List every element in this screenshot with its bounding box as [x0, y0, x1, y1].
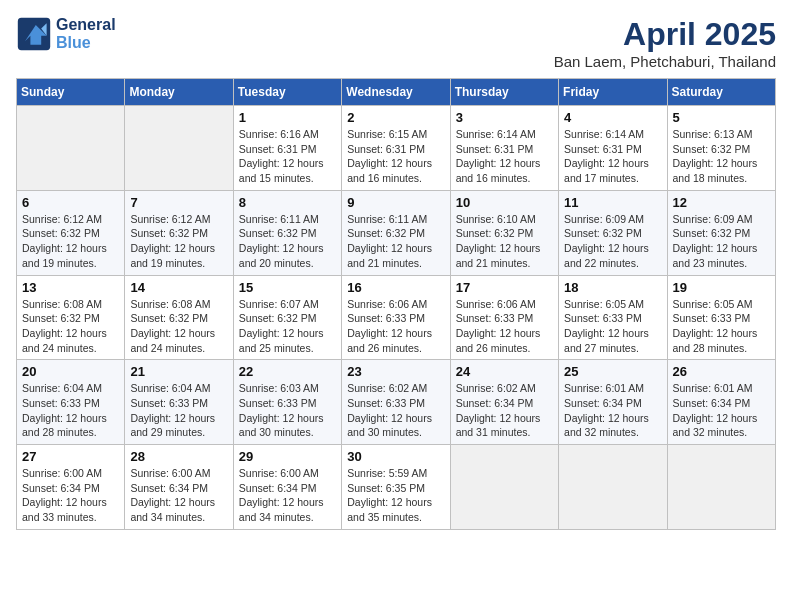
day-info: Sunrise: 6:05 AM Sunset: 6:33 PM Dayligh…: [673, 297, 770, 356]
day-number: 17: [456, 280, 553, 295]
day-info: Sunrise: 5:59 AM Sunset: 6:35 PM Dayligh…: [347, 466, 444, 525]
logo-icon: [16, 16, 52, 52]
month-title: April 2025: [554, 16, 776, 53]
day-info: Sunrise: 6:00 AM Sunset: 6:34 PM Dayligh…: [22, 466, 119, 525]
day-number: 30: [347, 449, 444, 464]
day-info: Sunrise: 6:09 AM Sunset: 6:32 PM Dayligh…: [564, 212, 661, 271]
page-header: General Blue April 2025 Ban Laem, Phetch…: [16, 16, 776, 70]
day-info: Sunrise: 6:08 AM Sunset: 6:32 PM Dayligh…: [130, 297, 227, 356]
calendar-cell: 26Sunrise: 6:01 AM Sunset: 6:34 PM Dayli…: [667, 360, 775, 445]
day-number: 2: [347, 110, 444, 125]
location-title: Ban Laem, Phetchaburi, Thailand: [554, 53, 776, 70]
day-info: Sunrise: 6:14 AM Sunset: 6:31 PM Dayligh…: [564, 127, 661, 186]
calendar-week-row: 13Sunrise: 6:08 AM Sunset: 6:32 PM Dayli…: [17, 275, 776, 360]
day-info: Sunrise: 6:10 AM Sunset: 6:32 PM Dayligh…: [456, 212, 553, 271]
weekday-header-friday: Friday: [559, 79, 667, 106]
calendar-cell: 1Sunrise: 6:16 AM Sunset: 6:31 PM Daylig…: [233, 106, 341, 191]
day-number: 27: [22, 449, 119, 464]
calendar-cell: 9Sunrise: 6:11 AM Sunset: 6:32 PM Daylig…: [342, 190, 450, 275]
day-number: 15: [239, 280, 336, 295]
calendar-week-row: 1Sunrise: 6:16 AM Sunset: 6:31 PM Daylig…: [17, 106, 776, 191]
logo: General Blue: [16, 16, 116, 52]
calendar-cell: 18Sunrise: 6:05 AM Sunset: 6:33 PM Dayli…: [559, 275, 667, 360]
calendar-cell: 29Sunrise: 6:00 AM Sunset: 6:34 PM Dayli…: [233, 445, 341, 530]
day-number: 5: [673, 110, 770, 125]
day-info: Sunrise: 6:04 AM Sunset: 6:33 PM Dayligh…: [22, 381, 119, 440]
calendar-cell: 20Sunrise: 6:04 AM Sunset: 6:33 PM Dayli…: [17, 360, 125, 445]
calendar-cell: 17Sunrise: 6:06 AM Sunset: 6:33 PM Dayli…: [450, 275, 558, 360]
calendar-cell: 13Sunrise: 6:08 AM Sunset: 6:32 PM Dayli…: [17, 275, 125, 360]
day-number: 14: [130, 280, 227, 295]
day-info: Sunrise: 6:01 AM Sunset: 6:34 PM Dayligh…: [564, 381, 661, 440]
day-info: Sunrise: 6:08 AM Sunset: 6:32 PM Dayligh…: [22, 297, 119, 356]
calendar-week-row: 20Sunrise: 6:04 AM Sunset: 6:33 PM Dayli…: [17, 360, 776, 445]
calendar-cell: 4Sunrise: 6:14 AM Sunset: 6:31 PM Daylig…: [559, 106, 667, 191]
day-info: Sunrise: 6:11 AM Sunset: 6:32 PM Dayligh…: [347, 212, 444, 271]
calendar-cell: 22Sunrise: 6:03 AM Sunset: 6:33 PM Dayli…: [233, 360, 341, 445]
day-number: 8: [239, 195, 336, 210]
day-number: 7: [130, 195, 227, 210]
day-info: Sunrise: 6:14 AM Sunset: 6:31 PM Dayligh…: [456, 127, 553, 186]
title-block: April 2025 Ban Laem, Phetchaburi, Thaila…: [554, 16, 776, 70]
weekday-header-wednesday: Wednesday: [342, 79, 450, 106]
calendar-cell: 15Sunrise: 6:07 AM Sunset: 6:32 PM Dayli…: [233, 275, 341, 360]
day-number: 20: [22, 364, 119, 379]
calendar-cell: 14Sunrise: 6:08 AM Sunset: 6:32 PM Dayli…: [125, 275, 233, 360]
weekday-header-sunday: Sunday: [17, 79, 125, 106]
calendar-cell: 11Sunrise: 6:09 AM Sunset: 6:32 PM Dayli…: [559, 190, 667, 275]
calendar-cell: 5Sunrise: 6:13 AM Sunset: 6:32 PM Daylig…: [667, 106, 775, 191]
logo-text: General Blue: [56, 16, 116, 52]
calendar-cell: [559, 445, 667, 530]
day-number: 11: [564, 195, 661, 210]
calendar-week-row: 27Sunrise: 6:00 AM Sunset: 6:34 PM Dayli…: [17, 445, 776, 530]
calendar-cell: 23Sunrise: 6:02 AM Sunset: 6:33 PM Dayli…: [342, 360, 450, 445]
day-info: Sunrise: 6:06 AM Sunset: 6:33 PM Dayligh…: [456, 297, 553, 356]
day-info: Sunrise: 6:09 AM Sunset: 6:32 PM Dayligh…: [673, 212, 770, 271]
calendar-week-row: 6Sunrise: 6:12 AM Sunset: 6:32 PM Daylig…: [17, 190, 776, 275]
calendar-cell: 8Sunrise: 6:11 AM Sunset: 6:32 PM Daylig…: [233, 190, 341, 275]
calendar-cell: 19Sunrise: 6:05 AM Sunset: 6:33 PM Dayli…: [667, 275, 775, 360]
calendar-cell: 6Sunrise: 6:12 AM Sunset: 6:32 PM Daylig…: [17, 190, 125, 275]
calendar-cell: [17, 106, 125, 191]
day-number: 25: [564, 364, 661, 379]
day-info: Sunrise: 6:11 AM Sunset: 6:32 PM Dayligh…: [239, 212, 336, 271]
day-number: 13: [22, 280, 119, 295]
day-number: 1: [239, 110, 336, 125]
weekday-header-thursday: Thursday: [450, 79, 558, 106]
day-info: Sunrise: 6:06 AM Sunset: 6:33 PM Dayligh…: [347, 297, 444, 356]
calendar-cell: 21Sunrise: 6:04 AM Sunset: 6:33 PM Dayli…: [125, 360, 233, 445]
calendar-cell: 27Sunrise: 6:00 AM Sunset: 6:34 PM Dayli…: [17, 445, 125, 530]
day-info: Sunrise: 6:12 AM Sunset: 6:32 PM Dayligh…: [130, 212, 227, 271]
day-info: Sunrise: 6:02 AM Sunset: 6:33 PM Dayligh…: [347, 381, 444, 440]
day-number: 18: [564, 280, 661, 295]
day-info: Sunrise: 6:04 AM Sunset: 6:33 PM Dayligh…: [130, 381, 227, 440]
calendar: SundayMondayTuesdayWednesdayThursdayFrid…: [16, 78, 776, 530]
day-info: Sunrise: 6:03 AM Sunset: 6:33 PM Dayligh…: [239, 381, 336, 440]
calendar-cell: 7Sunrise: 6:12 AM Sunset: 6:32 PM Daylig…: [125, 190, 233, 275]
day-number: 21: [130, 364, 227, 379]
calendar-cell: 28Sunrise: 6:00 AM Sunset: 6:34 PM Dayli…: [125, 445, 233, 530]
day-number: 3: [456, 110, 553, 125]
day-info: Sunrise: 6:13 AM Sunset: 6:32 PM Dayligh…: [673, 127, 770, 186]
calendar-cell: 10Sunrise: 6:10 AM Sunset: 6:32 PM Dayli…: [450, 190, 558, 275]
day-info: Sunrise: 6:00 AM Sunset: 6:34 PM Dayligh…: [130, 466, 227, 525]
calendar-cell: [125, 106, 233, 191]
day-number: 28: [130, 449, 227, 464]
day-number: 26: [673, 364, 770, 379]
day-number: 16: [347, 280, 444, 295]
day-number: 23: [347, 364, 444, 379]
day-info: Sunrise: 6:05 AM Sunset: 6:33 PM Dayligh…: [564, 297, 661, 356]
day-info: Sunrise: 6:12 AM Sunset: 6:32 PM Dayligh…: [22, 212, 119, 271]
day-info: Sunrise: 6:16 AM Sunset: 6:31 PM Dayligh…: [239, 127, 336, 186]
weekday-header-tuesday: Tuesday: [233, 79, 341, 106]
day-info: Sunrise: 6:02 AM Sunset: 6:34 PM Dayligh…: [456, 381, 553, 440]
day-number: 6: [22, 195, 119, 210]
calendar-cell: 12Sunrise: 6:09 AM Sunset: 6:32 PM Dayli…: [667, 190, 775, 275]
calendar-cell: 2Sunrise: 6:15 AM Sunset: 6:31 PM Daylig…: [342, 106, 450, 191]
calendar-cell: 16Sunrise: 6:06 AM Sunset: 6:33 PM Dayli…: [342, 275, 450, 360]
day-number: 22: [239, 364, 336, 379]
calendar-cell: 24Sunrise: 6:02 AM Sunset: 6:34 PM Dayli…: [450, 360, 558, 445]
calendar-cell: [450, 445, 558, 530]
day-number: 9: [347, 195, 444, 210]
calendar-cell: 25Sunrise: 6:01 AM Sunset: 6:34 PM Dayli…: [559, 360, 667, 445]
